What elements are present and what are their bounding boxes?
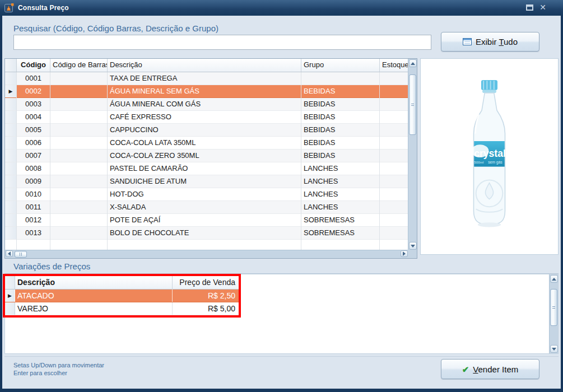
row-indicator-cell: ▶: [5, 290, 15, 302]
grid-header-barras[interactable]: Código de Barras: [50, 59, 108, 72]
cell: [380, 124, 408, 136]
table-row[interactable]: 0006COCA-COLA LATA 350MLBEBIDAS: [5, 137, 408, 150]
vender-item-button[interactable]: ✔ Vender Item: [441, 359, 539, 379]
row-indicator-cell: [5, 188, 17, 200]
cell: [50, 201, 108, 213]
cell: [50, 98, 108, 110]
scroll-down-icon[interactable]: [409, 242, 417, 250]
scroll-up-icon[interactable]: [409, 59, 417, 67]
scroll-down-icon[interactable]: [550, 345, 558, 353]
cell: 0003: [17, 98, 50, 110]
row-indicator-cell: [5, 111, 17, 123]
cell: SOBREMESAS: [301, 214, 380, 226]
cell: 0006: [17, 137, 50, 149]
cell: BEBIDAS: [301, 85, 380, 97]
row-indicator-cell: [5, 72, 17, 85]
grid-header-codigo[interactable]: Código: [17, 59, 50, 72]
price-cell-preco: R$ 2,50: [173, 290, 239, 302]
table-row[interactable]: 0010HOT-DOGLANCHES: [5, 188, 408, 201]
price-header-preco[interactable]: Preço de Venda: [173, 276, 239, 289]
variacoes-vscroll-thumb[interactable]: [550, 289, 557, 326]
maximize-icon[interactable]: [526, 4, 533, 11]
grid-column-line: [379, 72, 380, 250]
scroll-left-icon[interactable]: [6, 250, 13, 257]
cell: POTE DE AÇAÍ: [108, 214, 301, 226]
app-window: Consulta Preço ✕ Pesquisar (Código, Códi…: [0, 0, 563, 392]
variacoes-vertical-scrollbar[interactable]: [549, 274, 558, 353]
cell: PASTEL DE CAMARÃO: [108, 162, 301, 175]
price-row[interactable]: ▶ATACADOR$ 2,50: [5, 290, 239, 302]
table-row[interactable]: 0001TAXA DE ENTREGA: [5, 72, 408, 85]
row-indicator-cell: [5, 98, 17, 110]
scroll-right-icon[interactable]: [401, 250, 408, 257]
grid-header-estoque[interactable]: Estoque: [380, 59, 408, 72]
cell: [50, 111, 108, 123]
table-row[interactable]: 0005CAPPUCCINOBEBIDAS: [5, 124, 408, 137]
cell: CAFÉ EXPRESSO: [108, 111, 301, 123]
search-input[interactable]: [13, 35, 431, 50]
price-header-descricao[interactable]: Descrição: [15, 276, 173, 289]
cell: COCA-COLA LATA 350ML: [108, 137, 301, 149]
grid-vertical-scrollbar[interactable]: [408, 59, 417, 250]
scroll-up-icon[interactable]: [550, 275, 558, 283]
green-check-icon: ✔: [462, 365, 469, 374]
grid-scroll-corner: [408, 250, 417, 258]
row-indicator-icon: ▶: [8, 293, 12, 298]
cell: TAXA DE ENTREGA: [108, 72, 301, 85]
price-cell-descricao: VAREJO: [15, 302, 173, 315]
app-icon: [4, 3, 14, 13]
search-label: Pesquisar (Código, Código Barras, Descri…: [13, 24, 218, 33]
cell: BEBIDAS: [301, 111, 380, 123]
table-row[interactable]: 0011X-SALADALANCHES: [5, 201, 408, 214]
cell: LANCHES: [301, 188, 380, 200]
cell: [50, 85, 108, 97]
grid-column-line: [16, 72, 17, 250]
table-row[interactable]: 0003ÁGUA MINERAL COM GÁSBEBIDAS: [5, 98, 408, 111]
grid-header-descricao[interactable]: Descrição: [108, 59, 301, 72]
cell: [50, 137, 108, 149]
grid-header-row: Código Código de Barras Descrição Grupo …: [5, 59, 408, 72]
row-indicator-icon: ▶: [9, 89, 13, 94]
row-indicator-cell: [5, 227, 17, 239]
cell: [50, 214, 108, 226]
price-table-header-row: Descrição Preço de Venda: [5, 276, 239, 290]
row-indicator-cell: [5, 302, 15, 315]
cell: LANCHES: [301, 175, 380, 188]
row-indicator-cell: [5, 150, 17, 162]
close-icon[interactable]: ✕: [539, 4, 546, 11]
cell: 0011: [17, 201, 50, 213]
bottom-divider: [4, 356, 559, 357]
cell: 0012: [17, 214, 50, 226]
table-row[interactable]: 0012POTE DE AÇAÍSOBREMESAS: [5, 214, 408, 227]
cell: 0001: [17, 72, 50, 85]
product-image-panel: crystal sem gás 500ml: [420, 58, 559, 255]
grid-header-grupo[interactable]: Grupo: [301, 59, 380, 72]
cell: [50, 227, 108, 239]
price-table-body: ▶ATACADOR$ 2,50VAREJOR$ 5,00: [5, 290, 239, 315]
table-row[interactable]: 0009SANDUICHE DE ATUMLANCHES: [5, 175, 408, 188]
grid-header-corner: [5, 59, 17, 72]
price-row[interactable]: VAREJOR$ 5,00: [5, 302, 239, 315]
cell: [380, 214, 408, 226]
cell: [380, 150, 408, 162]
exibir-tudo-button[interactable]: Exibir Tudo: [441, 32, 539, 52]
table-row[interactable]: 0013BOLO DE CHOCOLATESOBREMESAS: [5, 227, 408, 240]
cell: [50, 150, 108, 162]
row-indicator-cell: [5, 162, 17, 175]
window-title: Consulta Preço: [18, 4, 69, 12]
grid-vscroll-thumb[interactable]: [409, 74, 416, 135]
grid-horizontal-scrollbar[interactable]: [5, 250, 408, 258]
vender-item-label: Vender Item: [473, 365, 518, 374]
table-row[interactable]: ▶0002ÁGUA MINERAL SEM GÁSBEBIDAS: [5, 85, 408, 98]
table-row[interactable]: 0007COCA-COLA ZERO 350MLBEBIDAS: [5, 150, 408, 162]
cell: [380, 175, 408, 188]
cell: [380, 227, 408, 239]
table-row[interactable]: 0004CAFÉ EXPRESSOBEBIDAS: [5, 111, 408, 124]
svg-text:500ml: 500ml: [474, 160, 483, 164]
hint-line-1: Setas Up/Down para movimentar: [13, 361, 104, 369]
grid-hscroll-thumb[interactable]: [15, 251, 27, 258]
row-indicator-cell: [5, 201, 17, 213]
grid-column-line: [107, 72, 108, 250]
table-row[interactable]: 0008PASTEL DE CAMARÃOLANCHES: [5, 162, 408, 175]
grid-body: 0001TAXA DE ENTREGA▶0002ÁGUA MINERAL SEM…: [5, 72, 408, 240]
